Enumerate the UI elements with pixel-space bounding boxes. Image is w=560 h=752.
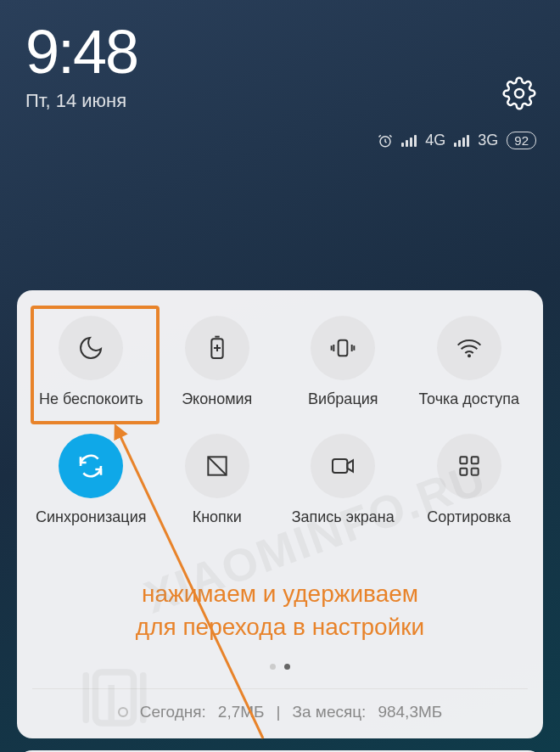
gear-icon <box>502 76 536 110</box>
svg-rect-15 <box>460 469 467 475</box>
buttons-icon <box>185 434 249 498</box>
tile-label: Кнопки <box>193 508 242 526</box>
tile-label: Синхронизация <box>36 508 146 526</box>
tile-battery-plus[interactable]: Экономия <box>159 316 277 408</box>
tile-label: Не беспокоить <box>39 390 143 408</box>
battery-indicator: 92 <box>507 132 536 149</box>
page-dot <box>270 664 276 670</box>
tile-label: Точка доступа <box>418 390 519 408</box>
annotation-text: нажимаем и удерживаем для перехода в нас… <box>32 577 528 643</box>
svg-rect-12 <box>333 459 347 473</box>
tile-label: Сортировка <box>427 508 511 526</box>
alarm-icon <box>378 133 393 149</box>
data-usage[interactable]: Сегодня: 2,7МБ | За месяц: 984,3МБ <box>32 688 528 721</box>
tile-buttons[interactable]: Кнопки <box>159 434 277 526</box>
moon-icon <box>59 316 123 380</box>
record-icon <box>311 434 375 498</box>
status-indicators: 4G 3G 92 <box>378 132 536 149</box>
network-label-2: 3G <box>478 132 498 149</box>
sync-icon <box>59 434 123 498</box>
hotspot-icon <box>437 316 501 380</box>
svg-point-9 <box>468 354 471 357</box>
vibrate-icon <box>311 316 375 380</box>
svg-line-11 <box>208 457 226 474</box>
tile-vibrate[interactable]: Вибрация <box>284 316 402 408</box>
tile-sync[interactable]: Синхронизация <box>32 434 150 526</box>
settings-button[interactable] <box>502 76 536 114</box>
quick-settings-panel: XIAOMINFO.RU Не беспокоитьЭкономияВибрац… <box>17 290 543 738</box>
tile-record[interactable]: Запись экрана <box>284 434 402 526</box>
svg-rect-16 <box>471 469 478 475</box>
svg-point-0 <box>515 89 524 98</box>
tile-hotspot[interactable]: Точка доступа <box>411 316 529 408</box>
tile-label: Вибрация <box>308 390 378 408</box>
battery-plus-icon <box>185 316 249 380</box>
page-indicator[interactable] <box>32 664 528 670</box>
svg-rect-14 <box>471 457 478 463</box>
svg-rect-13 <box>460 457 467 463</box>
clock-date: Пт, 14 июня <box>25 90 535 112</box>
tile-label: Экономия <box>182 390 252 408</box>
signal-icon-1 <box>401 135 417 147</box>
usage-icon <box>118 707 128 717</box>
tile-moon[interactable]: Не беспокоить <box>32 316 150 408</box>
page-dot-active <box>284 664 290 670</box>
signal-icon-2 <box>454 135 469 147</box>
tile-label: Запись экрана <box>292 508 395 526</box>
svg-rect-8 <box>339 340 348 356</box>
grid-icon <box>437 434 501 498</box>
clock-time: 9:48 <box>25 17 535 87</box>
tile-grid[interactable]: Сортировка <box>411 434 529 526</box>
network-label-1: 4G <box>425 132 445 149</box>
